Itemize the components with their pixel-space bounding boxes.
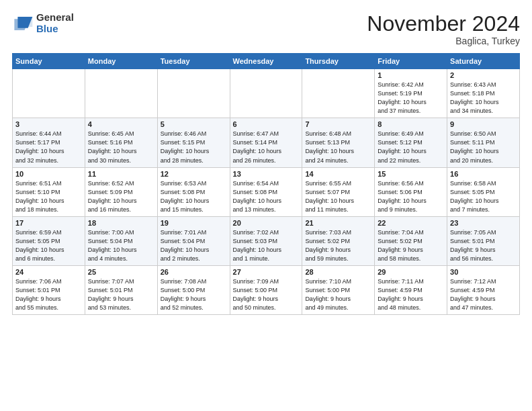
table-row: 10Sunrise: 6:51 AMSunset: 5:10 PMDayligh… [13,167,85,216]
day-number: 4 [88,120,154,128]
day-number: 5 [161,120,227,128]
day-info: Sunrise: 7:02 AMSunset: 5:03 PMDaylight:… [233,228,300,263]
day-number: 7 [305,120,371,128]
day-info: Sunrise: 7:10 AMSunset: 5:00 PMDaylight:… [305,277,371,312]
day-number: 12 [161,170,227,178]
col-friday: Friday [375,54,447,69]
day-number: 19 [161,219,227,227]
day-number: 24 [15,268,82,276]
table-row: 9Sunrise: 6:50 AMSunset: 5:11 PMDaylight… [447,118,520,167]
col-monday: Monday [85,54,157,69]
table-row: 14Sunrise: 6:55 AMSunset: 5:07 PMDayligh… [302,167,375,216]
calendar-table: Sunday Monday Tuesday Wednesday Thursday… [12,53,520,315]
logo-blue-text: Blue [36,24,74,35]
table-row: 15Sunrise: 6:56 AMSunset: 5:06 PMDayligh… [375,167,447,216]
calendar-header-row: Sunday Monday Tuesday Wednesday Thursday… [13,54,520,69]
day-number: 3 [15,120,82,128]
day-number: 20 [233,219,300,227]
table-row [157,69,230,118]
day-info: Sunrise: 6:59 AMSunset: 5:05 PMDaylight:… [15,228,82,263]
day-info: Sunrise: 6:44 AMSunset: 5:17 PMDaylight:… [15,130,82,165]
day-number: 15 [378,170,444,178]
day-info: Sunrise: 6:42 AMSunset: 5:19 PMDaylight:… [378,81,444,116]
day-number: 9 [450,120,517,128]
table-row: 25Sunrise: 7:07 AMSunset: 5:01 PMDayligh… [85,265,157,314]
day-info: Sunrise: 7:08 AMSunset: 5:00 PMDaylight:… [161,277,227,312]
day-info: Sunrise: 6:51 AMSunset: 5:10 PMDaylight:… [15,179,82,214]
day-number: 10 [15,170,82,178]
logo-general-text: General [36,12,74,24]
table-row: 6Sunrise: 6:47 AMSunset: 5:14 PMDaylight… [230,118,302,167]
day-number: 29 [378,268,444,276]
day-info: Sunrise: 7:04 AMSunset: 5:02 PMDaylight:… [378,228,444,263]
col-thursday: Thursday [302,54,375,69]
day-info: Sunrise: 7:05 AMSunset: 5:01 PMDaylight:… [450,228,517,263]
day-number: 2 [450,71,517,79]
day-info: Sunrise: 6:48 AMSunset: 5:13 PMDaylight:… [305,130,371,165]
table-row: 22Sunrise: 7:04 AMSunset: 5:02 PMDayligh… [375,216,447,265]
col-wednesday: Wednesday [230,54,302,69]
day-number: 11 [88,170,154,178]
day-number: 17 [15,219,82,227]
table-row: 18Sunrise: 7:00 AMSunset: 5:04 PMDayligh… [85,216,157,265]
day-number: 30 [450,268,517,276]
table-row: 20Sunrise: 7:02 AMSunset: 5:03 PMDayligh… [230,216,302,265]
day-info: Sunrise: 7:07 AMSunset: 5:01 PMDaylight:… [88,277,154,312]
day-number: 1 [378,71,444,79]
logo-icon [12,14,34,33]
table-row [230,69,302,118]
table-row: 4Sunrise: 6:45 AMSunset: 5:16 PMDaylight… [85,118,157,167]
table-row: 27Sunrise: 7:09 AMSunset: 5:00 PMDayligh… [230,265,302,314]
table-row: 12Sunrise: 6:53 AMSunset: 5:08 PMDayligh… [157,167,230,216]
day-info: Sunrise: 7:00 AMSunset: 5:04 PMDaylight:… [88,228,154,263]
day-number: 27 [233,268,300,276]
title-block: November 2024 Baglica, Turkey [367,12,520,46]
table-row: 5Sunrise: 6:46 AMSunset: 5:15 PMDaylight… [157,118,230,167]
day-number: 26 [161,268,227,276]
page: General Blue November 2024 Baglica, Turk… [0,0,532,411]
day-number: 28 [305,268,371,276]
day-info: Sunrise: 7:03 AMSunset: 5:02 PMDaylight:… [305,228,371,263]
day-info: Sunrise: 7:11 AMSunset: 4:59 PMDaylight:… [378,277,444,312]
day-number: 6 [233,120,300,128]
day-info: Sunrise: 6:50 AMSunset: 5:11 PMDaylight:… [450,130,517,165]
table-row [302,69,375,118]
day-info: Sunrise: 7:09 AMSunset: 5:00 PMDaylight:… [233,277,300,312]
day-number: 8 [378,120,444,128]
day-info: Sunrise: 6:43 AMSunset: 5:18 PMDaylight:… [450,81,517,116]
table-row: 26Sunrise: 7:08 AMSunset: 5:00 PMDayligh… [157,265,230,314]
table-row: 29Sunrise: 7:11 AMSunset: 4:59 PMDayligh… [375,265,447,314]
table-row: 3Sunrise: 6:44 AMSunset: 5:17 PMDaylight… [13,118,85,167]
calendar-row-0: 1Sunrise: 6:42 AMSunset: 5:19 PMDaylight… [13,69,520,118]
day-number: 14 [305,170,371,178]
table-row [85,69,157,118]
day-number: 16 [450,170,517,178]
table-row: 16Sunrise: 6:58 AMSunset: 5:05 PMDayligh… [447,167,520,216]
table-row: 28Sunrise: 7:10 AMSunset: 5:00 PMDayligh… [302,265,375,314]
table-row: 2Sunrise: 6:43 AMSunset: 5:18 PMDaylight… [447,69,520,118]
table-row: 8Sunrise: 6:49 AMSunset: 5:12 PMDaylight… [375,118,447,167]
day-info: Sunrise: 6:47 AMSunset: 5:14 PMDaylight:… [233,130,300,165]
day-number: 13 [233,170,300,178]
day-info: Sunrise: 6:46 AMSunset: 5:15 PMDaylight:… [161,130,227,165]
day-number: 18 [88,219,154,227]
day-number: 21 [305,219,371,227]
day-number: 23 [450,219,517,227]
day-info: Sunrise: 6:45 AMSunset: 5:16 PMDaylight:… [88,130,154,165]
table-row: 19Sunrise: 7:01 AMSunset: 5:04 PMDayligh… [157,216,230,265]
location: Baglica, Turkey [367,36,520,46]
table-row: 7Sunrise: 6:48 AMSunset: 5:13 PMDaylight… [302,118,375,167]
logo-text: General Blue [36,12,74,34]
day-number: 25 [88,268,154,276]
col-tuesday: Tuesday [157,54,230,69]
day-info: Sunrise: 6:56 AMSunset: 5:06 PMDaylight:… [378,179,444,214]
day-info: Sunrise: 7:12 AMSunset: 4:59 PMDaylight:… [450,277,517,312]
calendar-row-1: 3Sunrise: 6:44 AMSunset: 5:17 PMDaylight… [13,118,520,167]
calendar-row-3: 17Sunrise: 6:59 AMSunset: 5:05 PMDayligh… [13,216,520,265]
day-info: Sunrise: 6:53 AMSunset: 5:08 PMDaylight:… [161,179,227,214]
table-row: 23Sunrise: 7:05 AMSunset: 5:01 PMDayligh… [447,216,520,265]
table-row: 11Sunrise: 6:52 AMSunset: 5:09 PMDayligh… [85,167,157,216]
calendar-row-4: 24Sunrise: 7:06 AMSunset: 5:01 PMDayligh… [13,265,520,314]
day-number: 22 [378,219,444,227]
table-row: 24Sunrise: 7:06 AMSunset: 5:01 PMDayligh… [13,265,85,314]
